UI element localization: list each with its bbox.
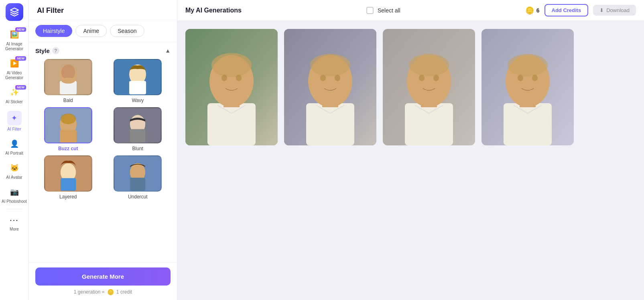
image-area <box>177 21 644 300</box>
svg-point-26 <box>211 53 252 77</box>
main-content: My AI Generations Select all 🪙 6 Add Cre… <box>177 0 644 300</box>
sidebar-item-label: AI Avatar <box>6 175 22 180</box>
add-credits-button[interactable]: Add Credits <box>544 4 589 16</box>
select-all-checkbox[interactable] <box>366 7 374 14</box>
svg-rect-31 <box>306 103 354 145</box>
style-name-bald: Bald <box>63 98 73 103</box>
sidebar-item-label: AI Image Generator <box>2 42 27 51</box>
style-thumb-blunt <box>114 107 162 143</box>
sidebar-item-ai-photoshoot[interactable]: 📷 AI Photoshoot <box>0 183 28 207</box>
style-grid: Bald Wavy <box>35 59 171 200</box>
style-thumb-undercut <box>114 155 162 192</box>
image-card-1[interactable] <box>185 29 278 145</box>
svg-rect-7 <box>129 81 146 94</box>
more-icon: ··· <box>9 214 20 225</box>
image-card-2[interactable] <box>284 29 376 145</box>
top-bar-right: 🪙 6 Add Credits ⬇ Download <box>525 4 636 16</box>
sidebar-item-label: AI Sticker <box>6 100 23 104</box>
new-badge: NEW <box>15 85 26 90</box>
image-card-3[interactable] <box>383 29 475 145</box>
svg-rect-14 <box>130 129 145 143</box>
image-card-4[interactable] <box>481 29 574 145</box>
image-grid <box>185 29 636 145</box>
sidebar-item-ai-avatar[interactable]: 🐱 AI Avatar <box>0 159 28 183</box>
style-item-undercut[interactable]: Undercut <box>105 155 171 200</box>
filter-panel: AI Filter Hairstyle Anime Season Style ?… <box>29 0 177 300</box>
svg-point-4 <box>61 78 75 84</box>
page-title: My AI Generations <box>185 7 242 14</box>
style-item-blunt[interactable]: Blunt <box>105 107 171 151</box>
sidebar-item-ai-video-generator[interactable]: NEW ▶️ AI Video Generator <box>0 55 28 84</box>
style-thumb-buzzcut <box>44 107 92 143</box>
new-badge: NEW <box>15 56 26 61</box>
svg-point-34 <box>310 54 350 76</box>
nav-sidebar: NEW 🖼️ AI Image Generator NEW ▶️ AI Vide… <box>0 0 29 300</box>
sidebar-item-ai-image-generator[interactable]: NEW 🖼️ AI Image Generator <box>0 26 28 55</box>
svg-point-27 <box>221 75 227 81</box>
style-item-bald[interactable]: Bald <box>35 59 101 103</box>
sidebar-item-label: AI Photoshoot <box>2 199 27 204</box>
select-all-label: Select all <box>378 7 400 14</box>
style-thumb-wavy <box>114 59 162 95</box>
new-badge: NEW <box>15 27 26 32</box>
app-logo[interactable] <box>6 3 23 21</box>
style-item-buzzcut[interactable]: Buzz cut <box>35 107 101 151</box>
sidebar-item-ai-sticker[interactable]: NEW ✨ AI Sticker <box>0 84 28 108</box>
ai-portrait-icon: 👤 <box>9 138 20 149</box>
svg-rect-23 <box>207 103 256 145</box>
svg-point-35 <box>320 75 326 81</box>
svg-rect-38 <box>405 103 453 145</box>
download-button[interactable]: ⬇ Download <box>593 5 636 16</box>
sidebar-item-ai-filter[interactable]: ✦ AI Filter <box>0 108 28 135</box>
credits-coin-icon: 🪙 <box>525 6 534 15</box>
svg-point-42 <box>419 75 425 81</box>
svg-point-10 <box>61 113 76 124</box>
panel-header: AI Filter <box>29 0 177 20</box>
svg-rect-17 <box>61 178 76 191</box>
svg-point-36 <box>335 75 340 81</box>
portrait-image-3 <box>383 29 475 145</box>
credit-info: 1 generation = 🪙 1 credit <box>35 289 171 295</box>
help-icon[interactable]: ? <box>52 47 59 54</box>
credit-equation-label: 1 generation = <box>74 289 105 295</box>
portrait-image-1 <box>185 29 278 145</box>
sidebar-item-ai-portrait[interactable]: 👤 AI Portrait <box>0 135 28 159</box>
portrait-image-4 <box>481 29 574 145</box>
sidebar-item-more[interactable]: ··· More <box>0 211 28 235</box>
style-name-blunt: Blunt <box>132 146 143 151</box>
filter-tabs: Hairstyle Anime Season <box>29 20 177 42</box>
sidebar-item-label: AI Video Generator <box>2 71 27 80</box>
coin-icon: 🪙 <box>107 289 114 295</box>
portrait-image-2 <box>284 29 376 145</box>
style-thumb-layered <box>44 155 92 192</box>
collapse-icon[interactable]: ▲ <box>165 47 171 54</box>
svg-point-50 <box>532 75 538 81</box>
tab-anime[interactable]: Anime <box>75 25 107 37</box>
style-item-wavy[interactable]: Wavy <box>105 59 171 103</box>
credits-display: 🪙 6 <box>525 6 540 15</box>
tab-hairstyle[interactable]: Hairstyle <box>35 25 72 37</box>
select-all-group: Select all <box>366 7 400 14</box>
svg-rect-11 <box>60 130 77 143</box>
svg-point-49 <box>518 75 523 81</box>
tab-season[interactable]: Season <box>110 25 144 37</box>
download-icon: ⬇ <box>599 7 604 13</box>
panel-footer: Generate More 1 generation = 🪙 1 credit <box>29 262 177 300</box>
ai-photoshoot-icon: 📷 <box>9 186 20 198</box>
style-item-layered[interactable]: Layered <box>35 155 101 200</box>
style-name-undercut: Undercut <box>128 194 148 200</box>
generate-more-button[interactable]: Generate More <box>35 267 171 286</box>
download-label: Download <box>606 7 630 13</box>
nav-divider <box>6 209 22 209</box>
svg-point-43 <box>433 75 439 81</box>
ai-avatar-icon: 🐱 <box>9 162 20 173</box>
style-header-left: Style ? <box>35 47 59 54</box>
style-name-wavy: Wavy <box>132 98 144 103</box>
credit-value-label: 1 credit <box>116 289 132 295</box>
top-bar: My AI Generations Select all 🪙 6 Add Cre… <box>177 0 644 21</box>
style-label: Style <box>35 47 50 54</box>
sidebar-item-label: AI Filter <box>7 127 21 132</box>
credits-count: 6 <box>536 7 540 14</box>
svg-rect-45 <box>504 103 552 145</box>
style-name-buzzcut: Buzz cut <box>58 146 78 151</box>
